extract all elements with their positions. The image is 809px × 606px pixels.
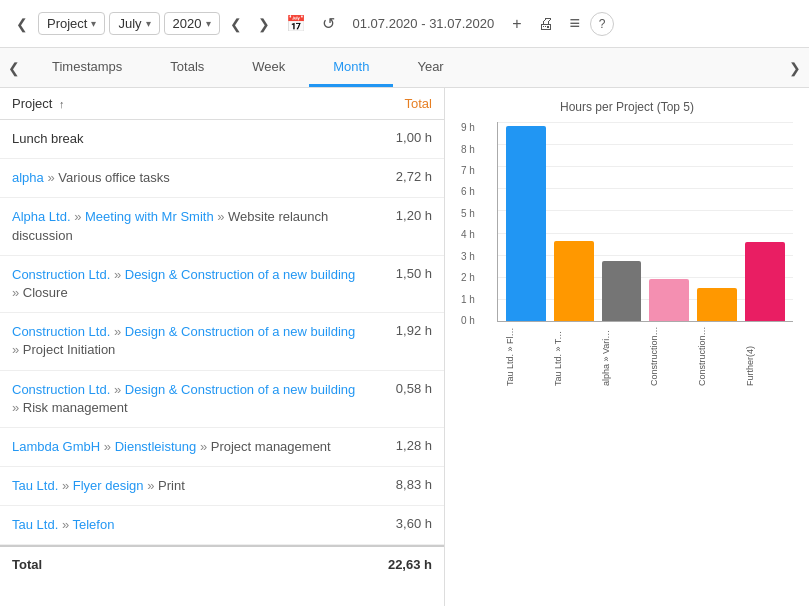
col-project-header: Project ↑ <box>12 96 362 111</box>
tab-totals[interactable]: Totals <box>146 48 228 87</box>
project-label: Project <box>47 16 87 31</box>
tab-scroll-left[interactable]: ❮ <box>0 48 28 87</box>
help-button[interactable]: ? <box>590 12 614 36</box>
filter-button[interactable]: ≡ <box>564 9 587 38</box>
add-button[interactable]: + <box>506 11 527 37</box>
row-value: 1,20 h <box>362 208 432 223</box>
project-name[interactable]: Tau Ltd. <box>12 517 58 532</box>
row-value: 8,83 h <box>362 477 432 492</box>
x-axis-label: Construction Ltd. » Design & Constructio… <box>697 326 737 386</box>
x-axis-label: alpha » Various office tasks <box>601 326 641 386</box>
tab-week[interactable]: Week <box>228 48 309 87</box>
chart-panel: Hours per Project (Top 5) 0 h 1 h 2 h 3 … <box>445 88 809 606</box>
total-value: 22,63 h <box>362 557 432 572</box>
row-value: 1,50 h <box>362 266 432 281</box>
refresh-icon: ↺ <box>322 15 335 32</box>
month-dropdown[interactable]: July ▾ <box>109 12 159 35</box>
plus-icon: + <box>512 15 521 32</box>
tab-year[interactable]: Year <box>393 48 467 87</box>
date-range: 01.07.2020 - 31.07.2020 <box>345 12 503 35</box>
chart-bar <box>649 279 689 321</box>
project-name[interactable]: alpha <box>12 170 44 185</box>
filter-icon: ≡ <box>570 13 581 33</box>
chart-bar <box>602 261 642 321</box>
refresh-button[interactable]: ↺ <box>316 10 341 37</box>
tabs-row: ❮ Timestamps Totals Week Month Year ❯ <box>0 48 809 88</box>
table-row: alpha » Various office tasks 2,72 h <box>0 159 444 198</box>
help-icon: ? <box>599 17 606 31</box>
x-axis-label: Tau Ltd. » Telefon <box>553 326 593 386</box>
total-row: Total 22,63 h <box>0 545 444 582</box>
project-arrow: ▾ <box>91 18 96 29</box>
table-row: Construction Ltd. » Design & Constructio… <box>0 371 444 428</box>
table-header: Project ↑ Total <box>0 88 444 120</box>
toolbar: ❮ Project ▾ July ▾ 2020 ▾ ❮ ❯ 📅 ↺ 01.07.… <box>0 0 809 48</box>
sort-icon: ↑ <box>59 98 65 110</box>
row-value: 2,72 h <box>362 169 432 184</box>
chart-bar <box>745 242 785 321</box>
x-axis-labels: Tau Ltd. » Flyer design » PrintTau Ltd. … <box>497 326 793 386</box>
print-button[interactable]: 🖨 <box>532 11 560 37</box>
x-axis-label: Tau Ltd. » Flyer design » Print <box>505 326 545 386</box>
project-name[interactable]: Tau Ltd. <box>12 478 58 493</box>
chart-area <box>497 122 793 322</box>
main-content: Project ↑ Total Lunch break 1,00 h alpha… <box>0 88 809 606</box>
period-prev-button[interactable]: ❮ <box>224 12 248 36</box>
year-dropdown[interactable]: 2020 ▾ <box>164 12 220 35</box>
calendar-icon: 📅 <box>286 15 306 32</box>
chart-title: Hours per Project (Top 5) <box>461 100 793 114</box>
year-arrow: ▾ <box>206 18 211 29</box>
project-name[interactable]: Construction Ltd. <box>12 324 110 339</box>
tab-timestamps[interactable]: Timestamps <box>28 48 146 87</box>
total-label: Total <box>12 557 362 572</box>
project-name[interactable]: Construction Ltd. <box>12 267 110 282</box>
x-axis-label: Further(4) <box>745 326 785 386</box>
calendar-button[interactable]: 📅 <box>280 10 312 37</box>
project-name[interactable]: Construction Ltd. <box>12 382 110 397</box>
row-value: 1,28 h <box>362 438 432 453</box>
month-label: July <box>118 16 141 31</box>
print-icon: 🖨 <box>538 15 554 32</box>
y-axis: 0 h 1 h 2 h 3 h 4 h 5 h 6 h 7 h 8 h 9 h <box>461 122 475 326</box>
year-label: 2020 <box>173 16 202 31</box>
table-row: Alpha Ltd. » Meeting with Mr Smith » Web… <box>0 198 444 255</box>
month-arrow: ▾ <box>146 18 151 29</box>
row-value: 1,00 h <box>362 130 432 145</box>
nav-prev-button[interactable]: ❮ <box>10 12 34 36</box>
chart-bar <box>697 288 737 321</box>
project-name[interactable]: Alpha Ltd. <box>12 209 71 224</box>
table-row: Lunch break 1,00 h <box>0 120 444 159</box>
col-total-header: Total <box>362 96 432 111</box>
x-axis-label: Construction Ltd. » Design & Constructio… <box>649 326 689 386</box>
table-panel: Project ↑ Total Lunch break 1,00 h alpha… <box>0 88 445 606</box>
chart-bar <box>506 126 546 321</box>
project-name[interactable]: Lambda GmbH <box>12 439 100 454</box>
tab-month[interactable]: Month <box>309 48 393 87</box>
row-value: 1,92 h <box>362 323 432 338</box>
row-value: 0,58 h <box>362 381 432 396</box>
project-dropdown[interactable]: Project ▾ <box>38 12 105 35</box>
table-row: Lambda GmbH » Dienstleistung » Project m… <box>0 428 444 467</box>
table-row: Construction Ltd. » Design & Constructio… <box>0 313 444 370</box>
table-row: Construction Ltd. » Design & Constructio… <box>0 256 444 313</box>
tab-scroll-right[interactable]: ❯ <box>781 48 809 87</box>
bars-container <box>498 122 793 321</box>
row-value: 3,60 h <box>362 516 432 531</box>
table-row: Tau Ltd. » Flyer design » Print 8,83 h <box>0 467 444 506</box>
chart-bar <box>554 241 594 321</box>
table-row: Tau Ltd. » Telefon 3,60 h <box>0 506 444 545</box>
period-next-button[interactable]: ❯ <box>252 12 276 36</box>
project-name: Lunch break <box>12 131 84 146</box>
